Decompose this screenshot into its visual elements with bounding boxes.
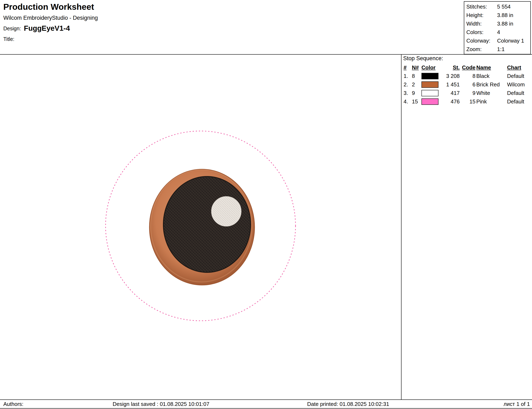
stat-value: 3.88 in [497, 20, 513, 27]
stat-label: Width: [466, 20, 497, 27]
stat-row-zoom: Zoom: 1:1 [466, 45, 528, 54]
stat-row-colorway: Colorway: Colorway 1 [466, 36, 528, 45]
stat-label: Zoom: [466, 46, 497, 53]
date-printed-text: Date printed: 01.08.2025 10:02:31 [307, 400, 389, 408]
col-header-name: Name [476, 63, 507, 72]
stop-row: 2. 2 1 451 6 Brick Red Wilcom [403, 80, 530, 89]
col-header-chart: Chart [507, 63, 530, 72]
stat-label: Stitches: [466, 4, 497, 10]
stat-value: 5 554 [497, 4, 511, 10]
last-saved-text: Design last saved : 01.08.2025 10:01:07 [113, 400, 209, 408]
worksheet-header: Production Worksheet Wilcom EmbroiderySt… [3, 2, 98, 42]
stitch-count: 417 [441, 89, 460, 97]
col-header-st: St. [441, 63, 460, 72]
stat-label: Colorway: [466, 37, 497, 44]
stop-header-row: # N# Color St. Code Name Chart [403, 63, 530, 72]
stitch-count: 476 [441, 97, 460, 106]
color-swatch [421, 98, 438, 105]
stop-num: 2. [403, 80, 411, 89]
title-label: Title: [3, 36, 98, 42]
col-header-code: Code [460, 63, 476, 72]
worksheet-footer: Authors: Design last saved : 01.08.2025 … [0, 400, 532, 408]
color-swatch [421, 73, 438, 79]
stat-label: Colors: [466, 29, 497, 36]
stat-row-colors: Colors: 4 [466, 28, 528, 36]
stop-row: 4. 15 476 15 Pink Default [403, 97, 530, 106]
stat-value: 3.88 in [497, 12, 513, 18]
stop-thread-number: 15 [411, 97, 421, 106]
stop-row: 3. 9 417 9 White Default [403, 89, 530, 97]
stop-num: 4. [403, 97, 411, 106]
stop-thread-number: 9 [411, 89, 421, 97]
app-subtitle: Wilcom EmbroideryStudio - Designing [3, 15, 98, 21]
col-header-num: # [403, 63, 411, 72]
stitch-count: 1 451 [441, 80, 460, 89]
col-header-color: Color [421, 63, 441, 72]
color-code: 6 [460, 80, 476, 89]
stat-label: Height: [466, 12, 497, 18]
color-code: 15 [460, 97, 476, 106]
page-number: лист 1 of 1 [504, 400, 530, 408]
color-name: White [476, 89, 507, 97]
design-canvas [0, 55, 401, 399]
authors-label: Authors: [3, 400, 23, 408]
page-title: Production Worksheet [3, 2, 98, 11]
color-swatch [421, 90, 438, 96]
stitch-count: 3 208 [441, 72, 460, 80]
stop-thread-number: 8 [411, 72, 421, 80]
color-code: 8 [460, 72, 476, 80]
panel-divider [401, 54, 401, 400]
color-name: Black [476, 72, 507, 80]
design-label: Design: [3, 26, 21, 32]
stat-row-stitches: Stitches: 5 554 [466, 2, 528, 11]
page-bottom-border [0, 408, 532, 409]
eye-iris [163, 176, 251, 273]
stop-sequence-table: # N# Color St. Code Name Chart 1. 8 3 20… [403, 63, 530, 106]
stop-num: 1. [403, 72, 411, 80]
design-name-row: Design: FuggEyeV1-4 [3, 25, 98, 32]
color-name: Pink [476, 97, 507, 106]
color-swatch [421, 81, 438, 88]
chart-name: Wilcom [507, 80, 530, 89]
stop-thread-number: 2 [411, 80, 421, 89]
design-name: FuggEyeV1-4 [24, 25, 70, 32]
design-preview-area [0, 55, 401, 399]
stat-value: 4 [497, 29, 500, 36]
chart-name: Default [507, 97, 530, 106]
design-stats-box: Stitches: 5 554 Height: 3.88 in Width: 3… [464, 1, 531, 55]
stop-row: 1. 8 3 208 8 Black Default [403, 72, 530, 80]
stop-num: 3. [403, 89, 411, 97]
stat-value: 1:1 [497, 46, 504, 53]
stop-sequence-title: Stop Sequence: [403, 55, 531, 62]
color-name: Brick Red [476, 80, 507, 89]
col-header-n: N# [411, 63, 421, 72]
stat-value: Colorway 1 [497, 37, 524, 44]
stop-sequence-panel: Stop Sequence: # N# Color St. Code Name … [403, 55, 531, 106]
eye-highlight [211, 196, 241, 226]
stat-row-width: Width: 3.88 in [466, 19, 528, 28]
chart-name: Default [507, 89, 530, 97]
chart-name: Default [507, 72, 530, 80]
color-code: 9 [460, 89, 476, 97]
stat-row-height: Height: 3.88 in [466, 11, 528, 19]
